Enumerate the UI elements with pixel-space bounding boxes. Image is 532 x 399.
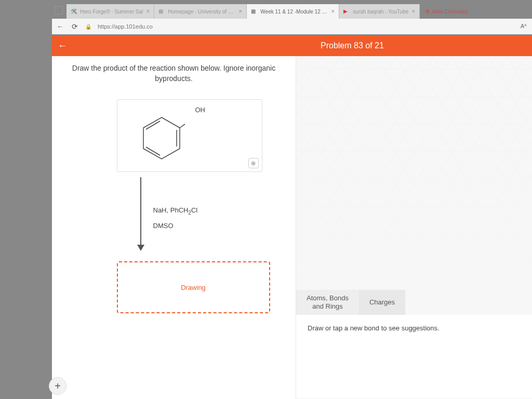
oh-label: OH xyxy=(195,106,206,114)
close-icon[interactable]: × xyxy=(331,8,335,15)
reagents: NaH, PhCH2Cl DMSO xyxy=(153,203,198,233)
molecule-box: OH ⊕ xyxy=(117,99,262,172)
tab-title: Week 11 & 12 -Module 12 - CH xyxy=(260,9,328,15)
tab-homepage[interactable]: ▦ Homepage - University of Wat × xyxy=(154,4,247,19)
drawing-target[interactable]: Drawing xyxy=(117,261,270,313)
tool-panel: Atoms, Bonds and Rings Charges Draw or t… xyxy=(296,290,532,399)
reagent-line-1: NaH, PhCH2Cl xyxy=(153,203,198,219)
tool-tabs: Atoms, Bonds and Rings Charges xyxy=(296,290,532,315)
reaction-arrow: NaH, PhCH2Cl DMSO xyxy=(135,177,252,255)
tab-strip: 🛠️ Hero Forge® · Summer Sal × ▦ Homepage… xyxy=(52,4,532,19)
favicon-youtube: ▶ xyxy=(343,8,350,15)
content-split: Draw the product of the reaction shown b… xyxy=(52,56,532,399)
reagent-line-2: DMSO xyxy=(153,219,198,234)
canvas-pane[interactable]: Atoms, Bonds and Rings Charges Draw or t… xyxy=(296,56,532,399)
browser-chrome: 🛠️ Hero Forge® · Summer Sal × ▦ Homepage… xyxy=(52,4,532,35)
tab-atoms-bonds[interactable]: Atoms, Bonds and Rings xyxy=(296,290,359,315)
favicon-uw: ▦ xyxy=(158,8,165,15)
arrow-line xyxy=(140,177,141,247)
arrow-head xyxy=(137,245,144,251)
tool-panel-body: Draw or tap a new bond to see suggestion… xyxy=(296,315,532,398)
tab-title: Hero Forge® · Summer Sal xyxy=(80,9,143,15)
svg-line-4 xyxy=(180,121,185,128)
tab-title: Homepage - University of Wat xyxy=(168,9,235,15)
question-pane: Draw the product of the reaction shown b… xyxy=(52,56,296,399)
text-size-icon[interactable]: Aᴬ xyxy=(521,23,527,30)
tab-heroforge[interactable]: 🛠️ Hero Forge® · Summer Sal × xyxy=(66,4,154,19)
zoom-icon[interactable]: ⊕ xyxy=(248,158,259,168)
plus-icon: + xyxy=(55,380,61,392)
aktiv-chemistry-link[interactable]: ⚗ Aktiv Chemistry xyxy=(420,7,473,17)
refresh-icon[interactable]: ⟳ xyxy=(71,22,79,31)
address-bar-row: ← ⟳ 🔒 https://app.101edu.co xyxy=(52,19,532,34)
favicon-course: ▦ xyxy=(251,8,257,15)
url-text[interactable]: https://app.101edu.co xyxy=(98,23,153,30)
close-icon[interactable]: × xyxy=(238,8,242,15)
question-text: Draw the product of the reaction shown b… xyxy=(61,63,286,84)
app-frame: ← Problem 83 of 21 Draw the product of t… xyxy=(52,35,532,399)
benzene-structure xyxy=(138,115,185,162)
tab-title: surah baqrah - YouTube xyxy=(353,9,408,15)
lock-icon: 🔒 xyxy=(85,24,91,30)
aktiv-text: Aktiv Chemistry xyxy=(432,9,468,15)
tab-charges[interactable]: Charges xyxy=(359,290,405,315)
reaction-diagram: OH ⊕ NaH, PhCH2Cl DMSO Drawing xyxy=(96,99,252,313)
back-icon[interactable]: ← xyxy=(56,22,64,31)
close-icon[interactable]: × xyxy=(411,8,415,15)
svg-marker-0 xyxy=(143,117,180,159)
back-arrow-button[interactable]: ← xyxy=(52,41,73,51)
problem-header: ← Problem 83 of 21 xyxy=(52,35,532,56)
hint-text: Draw or tap a new bond to see suggestion… xyxy=(308,324,521,332)
tab-week11[interactable]: ▦ Week 11 & 12 -Module 12 - CH × xyxy=(247,4,339,19)
aktiv-icon: ⚗ xyxy=(425,9,430,15)
problem-title: Problem 83 of 21 xyxy=(321,41,384,50)
add-button[interactable]: + xyxy=(49,377,66,395)
close-icon[interactable]: × xyxy=(146,8,150,15)
drawing-label: Drawing xyxy=(181,284,206,291)
favicon-heroforge: 🛠️ xyxy=(71,8,77,15)
tab-youtube[interactable]: ▶ surah baqrah - YouTube × xyxy=(339,4,420,19)
